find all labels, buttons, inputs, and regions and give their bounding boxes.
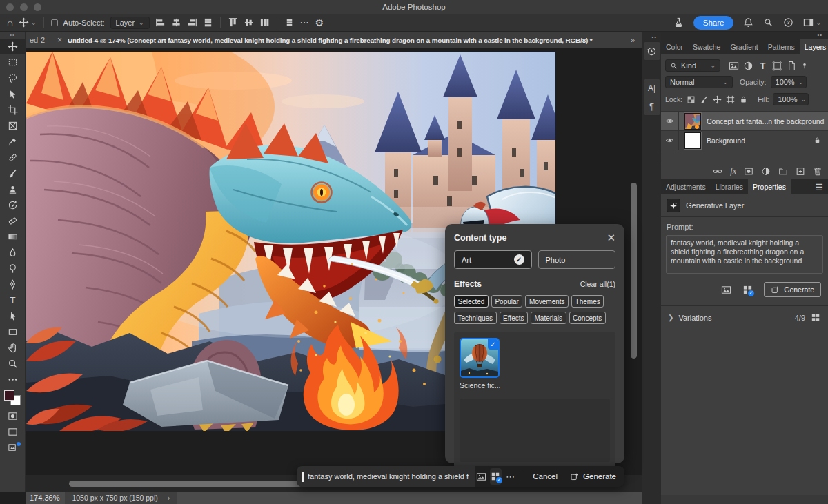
layer-thumbnail[interactable] <box>684 113 701 130</box>
home-icon[interactable]: ⌂ <box>7 17 13 28</box>
opacity-dropdown[interactable]: 100%⌄ <box>771 76 807 88</box>
history-brush-tool[interactable] <box>0 197 26 213</box>
variations-row[interactable]: ❯ Variations 4/9 <box>661 305 828 329</box>
similar-variations-icon[interactable]: ✓ <box>742 285 753 295</box>
share-button[interactable]: Share <box>693 16 734 30</box>
effects-scroll-area[interactable]: ✓ Science fic... <box>454 332 615 467</box>
close-icon[interactable]: ✕ <box>607 232 615 244</box>
paragraph-panel-icon[interactable]: ¶ <box>644 97 660 115</box>
tab-libraries[interactable]: Libraries <box>711 179 748 194</box>
more-options-icon[interactable]: ⋯ <box>300 17 310 28</box>
tab-properties[interactable]: Properties <box>748 179 791 194</box>
layer-row-generative[interactable]: Concept art fanta...n the background <box>661 112 828 131</box>
tab-color[interactable]: Color <box>661 39 688 54</box>
dodge-tool[interactable] <box>0 261 26 276</box>
search-icon[interactable] <box>763 17 773 28</box>
filter-smart-objects-icon[interactable] <box>787 61 797 71</box>
lasso-tool[interactable] <box>0 70 26 86</box>
blur-tool[interactable] <box>0 245 26 261</box>
layer-thumbnail[interactable] <box>684 132 701 149</box>
hand-tool[interactable] <box>0 340 26 356</box>
content-type-icon[interactable]: ✓ <box>490 468 502 485</box>
tab-active-document[interactable]: Untitled-4 @ 174% (Concept art fantasy w… <box>68 37 592 44</box>
lock-position-icon[interactable] <box>713 94 722 105</box>
adjustment-layer-icon[interactable] <box>761 166 771 177</box>
screen-mode[interactable] <box>0 424 26 440</box>
pen-tool[interactable] <box>0 276 26 292</box>
effect-chip-popular[interactable]: Popular <box>491 295 522 308</box>
effect-chip-concepts[interactable]: Concepts <box>569 312 606 324</box>
vertical-scrollbar[interactable] <box>629 48 639 492</box>
filter-shape-layers-icon[interactable] <box>772 61 782 71</box>
edit-toolbar[interactable] <box>0 372 26 387</box>
tab-gradients[interactable]: Gradient <box>725 39 762 54</box>
collapse-panels-chevron[interactable]: •• <box>661 32 828 39</box>
rectangle-tool[interactable] <box>0 324 26 340</box>
color-swatches[interactable] <box>0 387 26 408</box>
frame-tool[interactable] <box>0 118 26 134</box>
effect-chip-techniques[interactable]: Techniques <box>454 312 497 324</box>
lock-artboard-icon[interactable] <box>726 94 735 105</box>
link-layers-icon[interactable] <box>713 166 722 177</box>
layer-name[interactable]: Background <box>707 137 814 145</box>
panel-menu-icon[interactable]: ☰ <box>815 179 828 194</box>
path-selection-tool[interactable] <box>0 308 26 324</box>
layer-style-icon[interactable]: fx <box>730 166 736 177</box>
filter-toggle-icon[interactable] <box>801 61 808 71</box>
workspace-settings-icon[interactable]: ⚙ <box>315 17 324 28</box>
generate-button[interactable]: Generate <box>764 282 821 297</box>
notifications-bell-icon[interactable] <box>743 17 753 28</box>
beta-flask-icon[interactable] <box>673 17 684 28</box>
document-size-info[interactable]: 1050 px x 750 px (150 ppi)› <box>65 492 177 504</box>
crop-tool[interactable] <box>0 102 26 118</box>
distribute-top-icon[interactable] <box>228 17 238 28</box>
reference-image-icon[interactable] <box>475 466 488 487</box>
tab-adjustments[interactable]: Adjustments <box>661 179 711 194</box>
variations-grid-icon[interactable] <box>810 312 821 323</box>
filter-adjustment-layers-icon[interactable] <box>743 61 753 71</box>
object-selection-tool[interactable] <box>0 86 26 102</box>
distribute-spacing-icon[interactable] <box>285 19 293 27</box>
blend-mode-dropdown[interactable]: Normal⌄ <box>665 76 733 88</box>
align-right-icon[interactable] <box>187 17 197 28</box>
filter-kind-dropdown[interactable]: Kind⌄ <box>665 59 720 72</box>
filter-type-layers-icon[interactable]: T <box>758 61 768 71</box>
marquee-tool[interactable] <box>0 54 26 70</box>
expand-panels-chevron[interactable]: •• <box>642 32 661 41</box>
character-panel-icon[interactable]: A| <box>644 79 660 97</box>
history-panel-icon-box[interactable] <box>644 41 660 61</box>
effect-chip-materials[interactable]: Materials <box>531 312 566 324</box>
history-icon[interactable] <box>647 46 657 57</box>
clone-stamp-tool[interactable] <box>0 181 26 197</box>
more-options-icon[interactable]: ⋯ <box>504 466 517 487</box>
auto-select-checkbox[interactable] <box>51 19 58 26</box>
new-group-icon[interactable] <box>778 166 788 177</box>
delete-layer-icon[interactable] <box>813 166 822 177</box>
art-button[interactable]: Art✓ <box>454 250 532 269</box>
move-tool[interactable] <box>0 39 26 54</box>
align-justify-icon[interactable] <box>203 17 213 28</box>
fill-dropdown[interactable]: 100%⌄ <box>773 93 809 105</box>
filter-pixel-layers-icon[interactable] <box>729 61 739 71</box>
zoom-tool[interactable] <box>0 356 26 372</box>
lock-paint-icon[interactable] <box>700 94 709 105</box>
eraser-tool[interactable] <box>0 213 26 229</box>
effect-chip-selected[interactable]: Selected <box>454 295 489 308</box>
zoom-level[interactable]: 174.36% <box>26 494 65 502</box>
tab-close-icon[interactable]: × <box>52 35 68 45</box>
layer-visibility-toggle[interactable] <box>661 131 679 150</box>
type-tool[interactable] <box>0 292 26 308</box>
gradient-tool[interactable] <box>0 229 26 245</box>
distribute-middle-icon[interactable] <box>244 17 254 28</box>
effect-chip-effects[interactable]: Effects <box>500 312 528 324</box>
clear-all-link[interactable]: Clear all(1) <box>580 280 615 288</box>
tab-layers[interactable]: Layers <box>800 39 828 54</box>
effect-thumbnail-science-fiction[interactable]: ✓ <box>460 338 500 378</box>
help-icon[interactable] <box>783 17 793 28</box>
align-left-icon[interactable] <box>155 17 166 28</box>
new-layer-icon[interactable] <box>796 166 805 177</box>
vertical-scrollbar-thumb[interactable] <box>631 183 637 359</box>
photo-button[interactable]: Photo <box>538 250 616 269</box>
tab-previous-document[interactable]: ed-2 <box>26 36 52 44</box>
tab-overflow-chevron[interactable]: » <box>631 36 642 44</box>
